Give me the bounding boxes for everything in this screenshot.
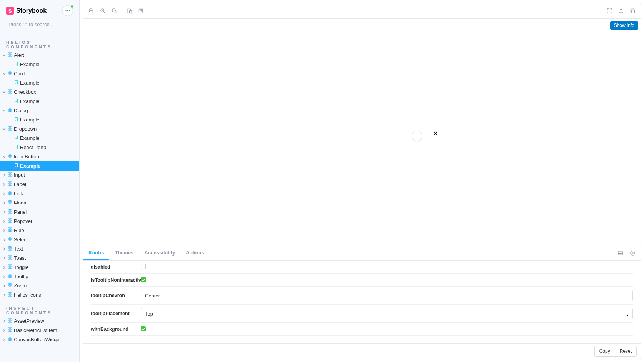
open-new-tab-button[interactable] xyxy=(615,5,627,17)
expander-icon xyxy=(2,109,6,112)
fullscreen-button[interactable] xyxy=(604,5,615,17)
theme-toggle-button[interactable] xyxy=(135,5,147,17)
expander-icon xyxy=(2,183,6,186)
sidebar-item-component[interactable]: Rule xyxy=(0,226,79,235)
zoom-out-button[interactable] xyxy=(97,5,108,17)
sidebar-item-label: Icon Button xyxy=(14,153,39,160)
sidebar-item-label: Text xyxy=(14,246,23,252)
sidebar-tree[interactable]: HELIOS COMPONENTS AlertExampleCardExampl… xyxy=(0,34,79,362)
sidebar-item-component[interactable]: Modal xyxy=(0,198,79,208)
svg-rect-89 xyxy=(8,328,10,329)
svg-rect-84 xyxy=(10,295,12,296)
expander-icon xyxy=(2,284,6,287)
svg-rect-24 xyxy=(10,129,12,130)
sidebar-item-component[interactable]: Card xyxy=(0,69,79,78)
svg-rect-57 xyxy=(8,237,10,239)
knob-row: withBackground xyxy=(91,323,633,336)
search-input[interactable] xyxy=(8,22,73,27)
component-icon xyxy=(8,218,12,225)
sidebar-item-component[interactable]: Icon Button xyxy=(0,152,79,161)
knob-checkbox[interactable] xyxy=(141,277,146,282)
preview-toolbar xyxy=(83,3,641,19)
story-icon xyxy=(14,98,18,105)
panel-position-button[interactable] xyxy=(614,247,626,259)
expander-icon xyxy=(2,338,6,341)
sidebar-item-story[interactable]: Example xyxy=(0,97,79,106)
sidebar-item-component[interactable]: Dropdown xyxy=(0,125,79,134)
sidebar-item-label: Checkbox xyxy=(14,89,36,96)
svg-rect-34 xyxy=(10,182,12,183)
svg-rect-55 xyxy=(8,230,10,232)
reset-button[interactable]: Reset xyxy=(615,346,637,357)
sidebar-item-component[interactable]: Alert xyxy=(0,51,79,60)
svg-rect-23 xyxy=(8,129,10,130)
svg-rect-32 xyxy=(10,175,12,176)
sidebar-item-component[interactable]: Tooltip xyxy=(0,272,79,281)
show-info-button[interactable]: Show Info xyxy=(610,21,638,30)
sidebar-item-story[interactable]: Example xyxy=(0,78,79,88)
sidebar-item-label: Panel xyxy=(14,209,27,216)
svg-rect-46 xyxy=(10,209,12,211)
sidebar-item-component[interactable]: Toggle xyxy=(0,263,79,272)
sidebar-item-component[interactable]: Dialog xyxy=(0,106,79,115)
zoom-reset-button[interactable] xyxy=(108,5,120,17)
svg-rect-31 xyxy=(8,175,10,176)
update-badge-icon xyxy=(70,5,73,8)
sidebar-item-story[interactable]: Example xyxy=(0,115,79,125)
search-input-wrap[interactable] xyxy=(6,20,73,30)
knob-select[interactable]: Top xyxy=(141,308,633,319)
svg-rect-11 xyxy=(8,73,10,75)
sidebar-item-component[interactable]: Link xyxy=(0,189,79,198)
copy-button[interactable]: Copy xyxy=(594,346,615,357)
viewport-button[interactable] xyxy=(123,5,135,17)
icon-button-preview[interactable] xyxy=(412,131,422,141)
knob-checkbox[interactable] xyxy=(141,326,146,331)
svg-rect-72 xyxy=(10,267,12,269)
close-panel-button[interactable] xyxy=(627,247,638,259)
sidebar-header: S Storybook xyxy=(0,0,79,20)
sidebar-item-component[interactable]: Label xyxy=(0,180,79,189)
component-icon xyxy=(8,181,12,188)
addon-tab[interactable]: Themes xyxy=(109,246,139,260)
svg-rect-7 xyxy=(8,55,10,56)
sidebar-item-component[interactable]: Zoom xyxy=(0,281,79,291)
sidebar-item-label: Card xyxy=(14,70,25,77)
sidebar-item-component[interactable]: Select xyxy=(0,235,79,244)
sidebar-item-component[interactable]: BasicMetricListItem xyxy=(0,326,79,335)
sidebar-item-component[interactable]: Toast xyxy=(0,254,79,263)
sidebar-item-component[interactable]: AssetPreview xyxy=(0,317,79,326)
svg-rect-6 xyxy=(10,53,12,54)
sidebar-item-component[interactable]: Input xyxy=(0,171,79,180)
sidebar-item-story[interactable]: React Portal xyxy=(0,143,79,152)
addon-tabs: KnobsThemesAccessibilityActions xyxy=(83,246,641,261)
sidebar-item-component[interactable]: Helios Icons xyxy=(0,291,79,300)
svg-rect-87 xyxy=(8,321,10,322)
expander-icon xyxy=(2,220,6,223)
sidebar-item-component[interactable]: Text xyxy=(0,244,79,254)
close-icon[interactable]: ✕ xyxy=(433,130,438,137)
sidebar-menu-button[interactable] xyxy=(62,5,73,16)
component-icon xyxy=(8,190,12,197)
svg-rect-82 xyxy=(10,292,12,294)
sidebar-item-component[interactable]: Popover xyxy=(0,217,79,226)
sidebar-item-label: Example xyxy=(20,98,40,105)
knob-checkbox[interactable] xyxy=(141,264,146,269)
addon-tab[interactable]: Accessibility xyxy=(139,246,181,260)
sidebar-item-component[interactable]: CanvasButtonWidget xyxy=(0,335,79,344)
addon-tab[interactable]: Actions xyxy=(180,246,210,260)
addon-tab[interactable]: Knobs xyxy=(83,246,109,260)
sidebar-item-story[interactable]: Example xyxy=(0,60,79,69)
knob-label: isTooltipNonInteractive xyxy=(91,277,141,283)
knob-select[interactable]: Center xyxy=(141,290,633,301)
component-icon xyxy=(8,153,12,160)
component-icon xyxy=(8,282,12,289)
sidebar-item-story[interactable]: Example xyxy=(0,161,79,171)
sidebar-item-label: Label xyxy=(14,181,26,188)
zoom-in-button[interactable] xyxy=(85,5,97,17)
sidebar-item-component[interactable]: Checkbox xyxy=(0,88,79,97)
svg-rect-83 xyxy=(8,295,10,296)
brand-logo[interactable]: S Storybook xyxy=(6,7,47,15)
sidebar-item-component[interactable]: Panel xyxy=(0,208,79,217)
copy-link-button[interactable] xyxy=(627,5,638,17)
sidebar-item-story[interactable]: Example xyxy=(0,134,79,143)
